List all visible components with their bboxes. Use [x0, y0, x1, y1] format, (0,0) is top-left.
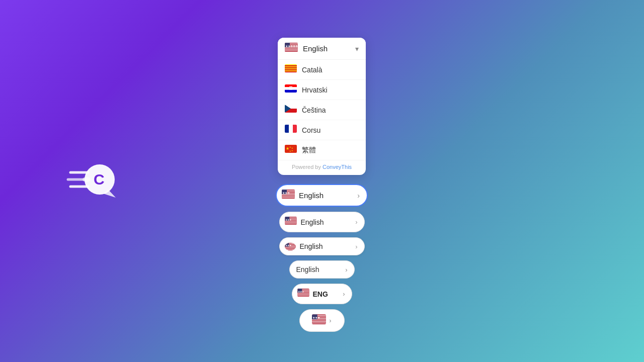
language-button-5-label: ENG: [313, 290, 343, 298]
language-option-catalan[interactable]: Català: [278, 60, 366, 80]
svg-text:★★★★★★: ★★★★★★: [285, 45, 298, 48]
language-option-corsu-label: Corsu: [302, 126, 320, 134]
language-option-croatian-label: Hrvatski: [302, 86, 328, 94]
language-option-czech-label: Čeština: [302, 106, 326, 114]
svg-rect-14: [285, 48, 298, 48]
svg-rect-16: [285, 49, 298, 49]
svg-rect-81: [285, 247, 296, 248]
croatian-flag-icon: [285, 84, 297, 95]
svg-rect-110: [312, 320, 326, 320]
svg-rect-95: [297, 293, 309, 294]
svg-text:★: ★: [289, 150, 291, 152]
svg-rect-54: [282, 197, 295, 198]
language-button-4-label: English: [296, 265, 346, 274]
svg-rect-115: [312, 323, 326, 324]
svg-rect-69: [285, 224, 296, 224]
svg-rect-98: [297, 295, 309, 295]
svg-rect-15: [285, 48, 298, 49]
chinese-flag-icon: ★ ★ ★ ★ ★: [285, 145, 297, 155]
chevron-right-icon-btn1: ›: [357, 192, 360, 200]
dropdown-chevron-icon: ▾: [355, 45, 359, 53]
us-flag-icon-btn5: ★★★: [297, 289, 309, 299]
chevron-right-icon-btn3: ›: [355, 243, 357, 250]
svg-rect-52: [282, 196, 295, 196]
svg-text:★★★: ★★★: [297, 290, 304, 293]
language-button-6[interactable]: ★★★ ›: [299, 309, 345, 332]
us-flag-icon-btn3: ★★★: [285, 243, 296, 250]
svg-rect-25: [285, 69, 297, 70]
svg-text:★★★: ★★★: [312, 316, 320, 319]
language-option-corsu[interactable]: Corsu: [278, 120, 366, 140]
chevron-right-icon-btn5: ›: [343, 290, 345, 298]
language-button-3[interactable]: ★★★ English ›: [279, 237, 365, 255]
svg-rect-112: [312, 321, 326, 322]
chevron-right-icon-btn2: ›: [355, 218, 357, 226]
svg-text:C: C: [94, 171, 105, 188]
language-dropdown-open[interactable]: ★★★★★★ English ▾ Català: [278, 38, 366, 175]
svg-rect-50: [282, 195, 295, 195]
svg-text:★: ★: [291, 149, 293, 152]
svg-rect-24: [285, 67, 297, 68]
svg-rect-65: [285, 221, 296, 222]
app-logo: C: [65, 153, 121, 209]
svg-rect-55: [282, 198, 295, 199]
svg-rect-26: [285, 71, 297, 72]
svg-text:★: ★: [286, 146, 289, 151]
svg-rect-67: [285, 222, 296, 223]
language-option-croatian[interactable]: Hrvatski: [278, 80, 366, 100]
svg-rect-17: [285, 50, 298, 50]
us-flag-icon-btn2: ★★★: [285, 217, 297, 227]
svg-rect-83: [285, 248, 296, 249]
svg-rect-84: [285, 249, 296, 249]
us-flag-icon-btn6: ★★★: [312, 314, 326, 327]
us-flag-icon-btn1: ★★★: [282, 190, 295, 201]
svg-rect-113: [312, 322, 326, 322]
chevron-right-icon-btn6: ›: [329, 317, 331, 324]
language-button-3-label: English: [300, 242, 356, 250]
language-button-2[interactable]: ★★★ English ›: [279, 212, 365, 232]
svg-rect-51: [282, 195, 295, 196]
svg-point-6: [83, 177, 91, 182]
dropdown-header[interactable]: ★★★★★★ English ▾: [278, 38, 366, 60]
dropdown-selected-label: English: [303, 44, 355, 53]
svg-text:★★★: ★★★: [282, 192, 290, 195]
svg-rect-35: [289, 125, 293, 133]
svg-rect-100: [297, 296, 309, 297]
svg-rect-80: [285, 247, 296, 247]
catalan-flag-icon: [285, 64, 297, 75]
svg-rect-114: [312, 323, 326, 323]
chevron-right-icon-btn4: ›: [345, 266, 347, 274]
language-option-czech[interactable]: Čeština: [278, 100, 366, 120]
svg-rect-29: [285, 90, 297, 93]
main-container: ★★★★★★ English ▾ Català: [276, 38, 368, 337]
french-flag-icon: [285, 125, 297, 135]
svg-rect-68: [285, 223, 296, 223]
svg-rect-34: [285, 125, 289, 133]
language-option-catalan-label: Català: [302, 66, 322, 74]
svg-rect-19: [285, 51, 298, 52]
svg-rect-53: [282, 197, 295, 197]
svg-rect-30: [289, 86, 292, 90]
svg-rect-70: [285, 224, 296, 225]
svg-rect-111: [312, 320, 326, 321]
language-option-chinese[interactable]: ★ ★ ★ ★ ★ 繁體: [278, 140, 366, 160]
svg-rect-23: [285, 65, 297, 66]
czech-flag-icon: [285, 105, 297, 115]
svg-rect-96: [297, 294, 309, 294]
language-button-4[interactable]: English ›: [289, 260, 355, 279]
svg-rect-99: [297, 296, 309, 296]
svg-rect-85: [285, 249, 296, 250]
language-button-1[interactable]: ★★★ English ›: [276, 184, 368, 207]
svg-rect-82: [285, 248, 296, 248]
conveythis-link[interactable]: ConveyThis: [323, 164, 352, 170]
svg-text:★★★: ★★★: [285, 218, 291, 221]
svg-rect-97: [297, 294, 309, 295]
language-button-2-label: English: [301, 218, 356, 226]
svg-rect-66: [285, 222, 296, 222]
svg-rect-36: [293, 125, 297, 133]
language-button-5[interactable]: ★★★ ENG ›: [292, 284, 352, 304]
powered-by: Powered by ConveyThis: [278, 160, 366, 175]
language-option-chinese-label: 繁體: [302, 146, 316, 155]
us-flag-icon: ★★★★★★: [285, 43, 298, 54]
svg-text:★★★: ★★★: [285, 244, 291, 247]
